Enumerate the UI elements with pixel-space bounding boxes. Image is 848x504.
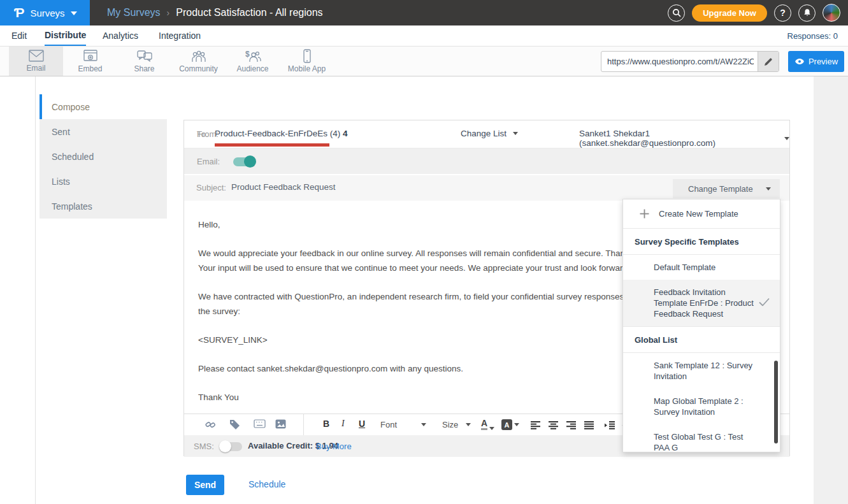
email-sidebar: Compose Sent Scheduled Lists Templates (40, 94, 167, 219)
tab-integration[interactable]: Integration (159, 25, 201, 46)
header-actions: Upgrade Now ? (668, 0, 840, 25)
app-menu-label: Surveys (30, 8, 64, 18)
highlight-color-button[interactable]: A (501, 419, 519, 430)
channel-embed[interactable]: Embed (63, 47, 117, 76)
preview-label: Preview (808, 57, 838, 66)
subject-value[interactable]: Product Feedback Request (231, 182, 336, 192)
help-button[interactable]: ? (774, 4, 791, 22)
highlight-color-glyph: A (501, 419, 512, 430)
email-toggle[interactable] (233, 157, 255, 166)
channel-audience[interactable]: $ Audience (226, 47, 280, 76)
italic-button[interactable]: I (341, 419, 345, 429)
link-icon (205, 419, 216, 430)
search-button[interactable] (668, 4, 685, 22)
tab-analytics[interactable]: Analytics (103, 25, 138, 46)
right-gutter (814, 76, 848, 504)
survey-templates-header: Survey Specific Templates (623, 229, 780, 255)
chevron-down-icon (514, 423, 519, 426)
subject-label: Subject: (196, 183, 226, 192)
template-item-sank-12[interactable]: Sank Template 12 : Survey Invitation (623, 353, 780, 389)
tab-distribute[interactable]: Distribute (45, 25, 86, 46)
align-right-button[interactable] (566, 421, 576, 432)
pencil-icon (764, 57, 773, 66)
font-family-dropdown[interactable]: Font (380, 420, 426, 429)
bold-button[interactable]: B (323, 419, 329, 429)
edit-link-button[interactable] (758, 52, 779, 71)
channel-community[interactable]: Community (171, 47, 226, 76)
user-avatar[interactable] (823, 4, 840, 22)
sms-toggle[interactable] (220, 442, 242, 451)
sidebar-item-sent[interactable]: Sent (40, 119, 167, 144)
chevron-down-icon (421, 423, 426, 426)
align-left-button[interactable] (531, 421, 540, 432)
align-center-button[interactable] (549, 421, 558, 432)
merge-tag-button[interactable] (229, 419, 240, 433)
indent-button[interactable] (605, 421, 615, 432)
left-divider (35, 76, 36, 504)
subject-row: Subject: Product Feedback Request Change… (184, 175, 789, 201)
survey-link-input[interactable] (601, 52, 758, 71)
insert-link-button[interactable] (205, 419, 216, 433)
questionpro-logo-icon: Ƥ (14, 5, 24, 20)
chevron-down-icon (766, 187, 771, 191)
sidebar-item-compose[interactable]: Compose (40, 94, 167, 119)
notifications-button[interactable] (798, 4, 816, 22)
insert-image-button[interactable] (275, 419, 286, 431)
tab-edit[interactable]: Edit (11, 25, 27, 46)
text-color-button[interactable]: A (481, 419, 494, 430)
template-item-map-global-2[interactable]: Map Global Template 2 : Survey Invitatio… (623, 389, 780, 424)
audience-icon: $ (245, 50, 261, 63)
image-icon (275, 419, 286, 429)
send-button[interactable]: Send (186, 475, 224, 495)
app-menu-surveys[interactable]: Ƥ Surveys (0, 0, 90, 25)
chevron-down-icon (71, 11, 77, 15)
font-size-dropdown[interactable]: Size (442, 420, 471, 429)
menu-scrollbar[interactable] (774, 361, 778, 443)
change-template-dropdown[interactable]: Change Template (673, 179, 780, 198)
underline-button[interactable]: U (359, 419, 365, 429)
change-template-menu: Create New Template Survey Specific Temp… (622, 199, 780, 452)
template-item-feedback-invitation[interactable]: Feedback Invitation Template EnFrDe : Pr… (623, 280, 780, 327)
from-sender-value: Sanket1 Shekdar1 (sanket.shekdar@questio… (579, 129, 778, 148)
recipient-count: 4 (343, 129, 348, 138)
to-underline-bar (215, 143, 329, 147)
sidebar-item-templates[interactable]: Templates (40, 194, 167, 219)
community-icon (190, 50, 207, 63)
eye-icon (794, 58, 805, 65)
channel-label: Email (26, 64, 45, 73)
channel-label: Share (134, 64, 154, 73)
change-list-dropdown[interactable]: Change List (461, 129, 518, 138)
create-new-template-label: Create New Template (659, 209, 738, 219)
channel-share[interactable]: Share (117, 47, 171, 76)
sidebar-item-label: Sent (52, 127, 70, 137)
from-sender-dropdown[interactable]: Sanket1 Shekdar1 (sanket.shekdar@questio… (579, 129, 789, 148)
template-item-test-global[interactable]: Test Global Test G : Test PAA G (623, 424, 780, 452)
to-list-value[interactable]: Product-Feedback-EnFrDeEs (4) 4 (215, 129, 348, 138)
align-center-icon (549, 421, 558, 429)
sidebar-item-lists[interactable]: Lists (40, 169, 167, 194)
top-header-bar: Ƥ Surveys My Surveys › Product Satisfact… (0, 0, 848, 25)
upgrade-now-button[interactable]: Upgrade Now (692, 4, 767, 22)
align-justify-icon (584, 421, 594, 429)
svg-text:$: $ (245, 50, 250, 59)
channel-mobile-app[interactable]: Mobile App (280, 47, 334, 76)
indent-icon (605, 421, 615, 429)
global-list-header: Global List (623, 327, 780, 353)
mobile-app-icon (302, 49, 312, 63)
create-new-template-item[interactable]: Create New Template (623, 199, 780, 229)
tag-icon (229, 419, 240, 430)
sidebar-item-scheduled[interactable]: Scheduled (40, 144, 167, 169)
breadcrumb-my-surveys[interactable]: My Surveys (107, 7, 161, 18)
plus-icon (640, 209, 649, 219)
channel-email[interactable]: Email (9, 47, 63, 76)
preview-button[interactable]: Preview (788, 51, 844, 72)
align-justify-button[interactable] (584, 421, 594, 432)
keyboard-button[interactable] (254, 419, 266, 431)
buy-more-link[interactable]: Buy More (316, 442, 352, 451)
size-label: Size (442, 420, 458, 429)
schedule-link[interactable]: Schedule (248, 479, 285, 489)
chevron-down-icon (784, 137, 789, 140)
template-item-default[interactable]: Default Template (623, 255, 780, 280)
toolbar-divider (303, 414, 304, 435)
sidebar-item-label: Compose (52, 102, 90, 112)
